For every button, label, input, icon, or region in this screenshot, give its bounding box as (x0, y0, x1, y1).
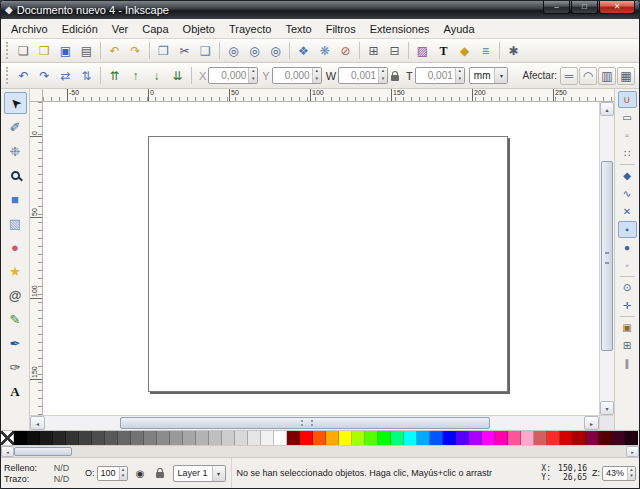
palette-scroll-thumb[interactable] (14, 447, 72, 456)
color-swatch[interactable] (443, 431, 456, 445)
spin-down-button[interactable]: ▾ (249, 76, 257, 84)
color-swatch[interactable] (105, 431, 118, 445)
menu-item-archivo[interactable]: Archivo (4, 21, 55, 37)
align-dialog-button[interactable]: ≡ (475, 40, 496, 61)
vertical-ruler[interactable]: 050100150 (30, 102, 43, 415)
color-swatch[interactable] (365, 431, 378, 445)
color-swatch[interactable] (222, 431, 235, 445)
snap-nodes-button[interactable]: ◆ (618, 167, 637, 184)
affect-corners-toggle[interactable]: ◠ (579, 67, 597, 85)
menu-item-ayuda[interactable]: Ayuda (437, 21, 482, 37)
lock-width-height-toggle[interactable] (391, 71, 399, 81)
spin-down-button[interactable]: ▾ (456, 76, 464, 84)
color-swatch[interactable] (612, 431, 625, 445)
vertical-scroll-thumb[interactable] (601, 161, 613, 351)
chevron-down-icon[interactable]: ▾ (212, 466, 225, 481)
color-swatch[interactable] (521, 431, 534, 445)
raise-to-top-button[interactable]: ⇈ (104, 65, 125, 86)
units-dropdown[interactable]: mm ▾ (469, 67, 509, 84)
spiral-tool[interactable]: @ (4, 284, 27, 306)
zoom-tool[interactable] (4, 164, 27, 186)
color-swatch[interactable] (79, 431, 92, 445)
snap-bbox-corners-button[interactable]: ∷ (618, 145, 637, 162)
menu-item-objeto[interactable]: Objeto (176, 21, 222, 37)
palette-scrollbar[interactable]: ◂ ▸ (1, 445, 639, 457)
scroll-left-button[interactable]: ◂ (30, 416, 45, 430)
preferences-button[interactable]: ✱ (503, 40, 524, 61)
affect-gradients-toggle[interactable]: ▥ (598, 67, 616, 85)
color-swatch[interactable] (495, 431, 508, 445)
rotate-cw-button[interactable]: ↷ (34, 65, 55, 86)
new-document-button[interactable]: ❏ (13, 40, 34, 61)
rotate-ccw-button[interactable]: ↶ (13, 65, 34, 86)
color-swatch[interactable] (92, 431, 105, 445)
raise-button[interactable]: ↑ (125, 65, 146, 86)
color-swatch[interactable] (534, 431, 547, 445)
layer-visibility-eye-icon[interactable]: ◉ (133, 466, 148, 481)
canvas[interactable] (43, 102, 599, 415)
color-swatch[interactable] (326, 431, 339, 445)
scroll-right-button[interactable]: ▸ (584, 416, 599, 430)
duplicate-button[interactable]: ❖ (293, 40, 314, 61)
color-swatch[interactable] (53, 431, 66, 445)
menu-item-capa[interactable]: Capa (135, 21, 175, 37)
color-swatch[interactable] (378, 431, 391, 445)
group-button[interactable]: ⊞ (363, 40, 384, 61)
horizontal-ruler[interactable]: -50050100150200250 (43, 89, 614, 102)
spin-down-button[interactable]: ▾ (120, 473, 127, 480)
chevron-down-icon[interactable]: ▾ (494, 68, 507, 83)
h-input[interactable]: 0,001▴▾ (415, 67, 465, 84)
color-swatch[interactable] (157, 431, 170, 445)
color-swatch[interactable] (40, 431, 53, 445)
text-tool[interactable]: A (4, 380, 27, 402)
snap-midpoints-button[interactable]: ◦ (618, 257, 637, 274)
print-button[interactable]: ▤ (76, 40, 97, 61)
snap-rotation-center-button[interactable]: ✛ (618, 297, 637, 314)
menu-item-edicion[interactable]: Edición (55, 21, 105, 37)
w-input[interactable]: 0,001▴▾ (338, 67, 388, 84)
menu-item-trayecto[interactable]: Trayecto (222, 21, 278, 37)
copy-button[interactable]: ❐ (153, 40, 174, 61)
color-swatch[interactable] (248, 431, 261, 445)
color-swatch[interactable] (508, 431, 521, 445)
layer-lock-icon[interactable] (153, 466, 168, 481)
star-tool[interactable]: ★ (4, 260, 27, 282)
color-swatch[interactable] (391, 431, 404, 445)
color-swatch[interactable] (27, 431, 40, 445)
color-swatch[interactable] (235, 431, 248, 445)
color-swatch[interactable] (118, 431, 131, 445)
color-swatch[interactable] (339, 431, 352, 445)
minimize-button[interactable]: – (543, 1, 570, 14)
opacity-input[interactable]: 100 ▴▾ (97, 466, 128, 481)
zoom-drawing-button[interactable]: ◎ (244, 40, 265, 61)
open-document-button[interactable]: ❒ (34, 40, 55, 61)
menu-item-ver[interactable]: Ver (105, 21, 136, 37)
color-swatch[interactable] (209, 431, 222, 445)
no-color-swatch[interactable] (1, 431, 14, 445)
titlebar[interactable]: ◆ Documento nuevo 4 - Inkscape – □ ✕ (1, 1, 639, 19)
color-swatch[interactable] (14, 431, 27, 445)
palette-scroll-right-button[interactable]: ▸ (626, 446, 639, 457)
color-swatch[interactable] (430, 431, 443, 445)
spin-down-button[interactable]: ▾ (628, 473, 635, 480)
snap-toggle-button[interactable]: ∪ (618, 91, 637, 108)
affect-stroke-toggle[interactable]: ═ (560, 67, 578, 85)
lower-to-bottom-button[interactable]: ⇊ (167, 65, 188, 86)
palette-scroll-track[interactable] (14, 446, 626, 457)
pencil-tool[interactable]: ✎ (4, 308, 27, 330)
calligraphy-tool[interactable]: ✑ (4, 356, 27, 378)
zoom-page-button[interactable]: ◎ (265, 40, 286, 61)
color-swatch[interactable] (196, 431, 209, 445)
zoom-input[interactable]: 43% ▴▾ (602, 466, 636, 481)
snap-page-border-button[interactable]: ▣ (618, 319, 637, 336)
vertical-scrollbar[interactable]: ▴ ▾ (599, 102, 614, 415)
text-dialog-button[interactable]: T (433, 40, 454, 61)
xml-editor-button[interactable]: ◆ (454, 40, 475, 61)
snap-grid-button[interactable]: ⊞ (618, 337, 637, 354)
palette-scroll-left-button[interactable]: ◂ (1, 446, 14, 457)
paste-button[interactable]: ❑ (195, 40, 216, 61)
color-swatch[interactable] (547, 431, 560, 445)
color-swatch[interactable] (287, 431, 300, 445)
menu-item-texto[interactable]: Texto (278, 21, 318, 37)
color-swatch[interactable] (599, 431, 612, 445)
